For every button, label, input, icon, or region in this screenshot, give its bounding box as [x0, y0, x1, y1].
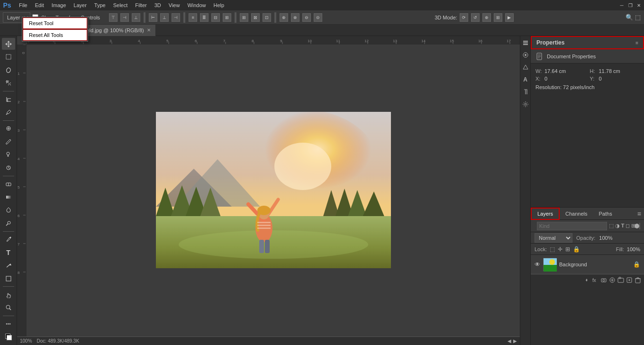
menu-3d[interactable]: 3D [151, 1, 165, 9]
dist-v2-icon[interactable]: ⊟ [211, 13, 220, 22]
magic-wand-tool[interactable] [2, 77, 15, 89]
lasso-tool[interactable] [2, 64, 15, 76]
nav-right-icon[interactable]: ▶ [513, 338, 517, 344]
3d-icon2[interactable]: ↺ [471, 13, 480, 22]
add-mask-icon[interactable] [600, 277, 607, 283]
align-left-icon[interactable]: ⊢ [149, 13, 157, 22]
close-button[interactable]: ✕ [635, 2, 642, 9]
menu-edit[interactable]: Edit [31, 1, 48, 9]
properties-title: Properties [536, 39, 564, 46]
marquee-tool[interactable] [2, 51, 15, 63]
align-top-icon[interactable]: ⊤ [109, 13, 118, 22]
pen-tool[interactable] [2, 233, 15, 245]
zoom-tool[interactable] [2, 302, 15, 314]
dist8-icon[interactable]: ⊖ [302, 13, 311, 22]
layer-visibility-icon[interactable]: 👁 [535, 261, 540, 268]
search-icon[interactable]: 🔍 [626, 14, 633, 21]
restore-button[interactable]: ❐ [627, 2, 634, 9]
menu-filter[interactable]: Filter [131, 1, 150, 9]
canvas-area[interactable]: 0 1 2 3 4 5 6 7 8 9 10 [17, 36, 520, 345]
lock-artboard-icon[interactable]: ⊞ [565, 246, 570, 253]
filter-type-icon[interactable]: T [621, 223, 625, 229]
tab-layers[interactable]: Layers [531, 208, 560, 220]
menu-image[interactable]: Image [48, 1, 70, 9]
hand-tool[interactable] [2, 289, 15, 300]
align-vcenter-icon[interactable]: ⊣ [120, 13, 129, 22]
eyedropper-tool[interactable] [2, 106, 15, 118]
add-adjustment-icon[interactable] [609, 277, 616, 283]
dist3-icon[interactable]: ⊞ [240, 13, 248, 22]
link-layers-icon[interactable] [583, 277, 590, 283]
nav-left-icon[interactable]: ◀ [508, 338, 511, 344]
reset-tool-item[interactable]: Reset Tool [23, 18, 87, 29]
history-tool[interactable] [2, 162, 15, 173]
properties-collapse[interactable]: ≡ [635, 40, 638, 45]
move-tool[interactable] [2, 38, 15, 50]
path-selection-tool[interactable] [2, 259, 15, 271]
dodge-tool[interactable] [2, 217, 15, 229]
styles-icon[interactable] [521, 63, 530, 72]
align-hcenter-icon[interactable]: ⊥ [160, 13, 169, 22]
filter-shape-icon[interactable]: ◻ [626, 223, 630, 229]
add-layer-icon[interactable] [626, 277, 633, 283]
dist9-icon[interactable]: ⊝ [314, 13, 322, 22]
menu-type[interactable]: Type [91, 1, 109, 9]
layers-search-input[interactable] [537, 222, 607, 230]
paragraph-icon[interactable] [521, 87, 530, 97]
tab-paths[interactable]: Paths [593, 208, 618, 220]
layers-panel-icon[interactable] [521, 38, 530, 47]
menu-select[interactable]: Select [109, 1, 132, 9]
layers-menu-icon[interactable]: ≡ [635, 210, 644, 218]
add-group-icon[interactable] [617, 277, 624, 283]
dist5-icon[interactable]: ⊡ [263, 13, 271, 22]
clone-tool[interactable] [2, 149, 15, 161]
tab-channels[interactable]: Channels [560, 208, 593, 220]
heal-tool[interactable] [2, 123, 15, 135]
filter-toggle[interactable] [639, 223, 640, 229]
text-panel-icon[interactable]: A [521, 75, 530, 84]
align-bottom-icon[interactable]: ⊥ [132, 13, 140, 22]
tab-close-button[interactable]: ✕ [147, 27, 151, 33]
3d-icon5[interactable]: ▶ [505, 13, 514, 22]
filter-adj-icon[interactable]: ◑ [615, 223, 620, 229]
text-tool[interactable]: T [2, 246, 15, 258]
fx-icon[interactable]: fx [592, 277, 599, 283]
blur-tool[interactable] [2, 204, 15, 216]
menu-view[interactable]: View [165, 1, 184, 9]
dist7-icon[interactable]: ⊗ [291, 13, 299, 22]
gradient-tool[interactable] [2, 191, 15, 203]
dist4-icon[interactable]: ⊠ [251, 13, 260, 22]
dist-v-icon[interactable]: ≡ [189, 13, 197, 22]
filter-pixel-icon[interactable]: ⬚ [609, 223, 614, 229]
settings-icon[interactable] [521, 100, 530, 109]
menu-layer[interactable]: Layer [70, 1, 91, 9]
layer-lock-icon[interactable]: 🔒 [633, 261, 640, 268]
reset-all-tools-item[interactable]: Reset All Tools [23, 29, 87, 41]
brush-tool[interactable] [2, 136, 15, 147]
canvas-document[interactable] [27, 45, 520, 336]
menu-window[interactable]: Window [183, 1, 209, 9]
3d-icon1[interactable]: ⟳ [460, 13, 468, 22]
lock-all-icon[interactable]: 🔒 [573, 246, 580, 253]
dist6-icon[interactable]: ⊕ [280, 13, 288, 22]
3d-icon4[interactable]: ⊞ [494, 13, 502, 22]
foreground-color[interactable] [2, 331, 15, 343]
layer-background[interactable]: 👁 Background 🔒 [531, 255, 644, 274]
minimize-button[interactable]: ─ [618, 2, 625, 9]
align-right-icon[interactable]: ⊣ [172, 13, 180, 22]
shape-tool[interactable] [2, 272, 15, 284]
dist-h-icon[interactable]: ≣ [200, 13, 209, 22]
3d-icon3[interactable]: ⊕ [482, 13, 491, 22]
layout-icon[interactable]: ⬚ [635, 14, 641, 21]
more-tools[interactable]: ••• [2, 318, 15, 330]
eraser-tool[interactable] [2, 178, 15, 190]
menu-file[interactable]: File [15, 1, 31, 9]
adjustments-icon[interactable] [521, 50, 530, 60]
blend-mode-select[interactable]: Normal [535, 233, 572, 243]
delete-layer-icon[interactable] [635, 277, 641, 283]
lock-position-icon[interactable]: ✛ [558, 246, 562, 253]
menu-help[interactable]: Help [210, 1, 228, 9]
lock-pixels-icon[interactable]: ⬚ [550, 246, 555, 253]
crop-tool[interactable] [2, 93, 15, 105]
dist-h2-icon[interactable]: ⊞ [223, 13, 231, 22]
